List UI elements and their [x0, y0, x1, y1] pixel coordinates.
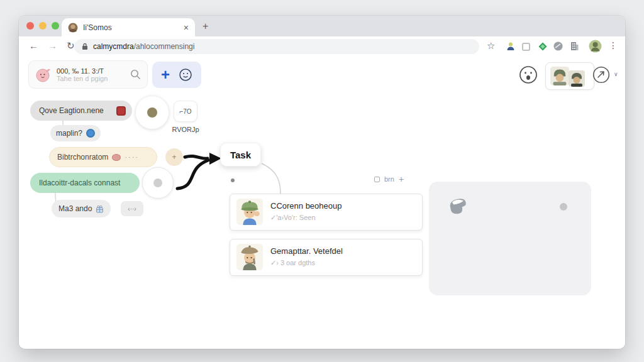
assignee-name: CCorenn beoheoup [270, 201, 341, 211]
search-icon[interactable] [130, 69, 141, 80]
add-node-group: + [152, 62, 201, 88]
tab-favicon-icon [68, 23, 78, 33]
avatar-dot-icon [147, 107, 157, 118]
assignee-status: ✓› 3 oar dgths [270, 259, 315, 267]
assignee-card[interactable]: Gemapttar. Vetefdel ✓› 3 oar dgths [230, 239, 423, 276]
bookmark-star-icon[interactable]: ☆ [487, 40, 495, 52]
search-value: 000, ‰ 11. 3:/T [57, 67, 130, 75]
blue-globe-icon [86, 129, 95, 138]
chip-label: brn [384, 175, 394, 183]
collaborators-pill[interactable] [545, 62, 594, 90]
node-ma[interactable]: Ma3 ando [52, 200, 111, 217]
node-add-button[interactable]: + [165, 148, 183, 166]
minimize-window-button[interactable] [39, 22, 47, 30]
reaction-button[interactable]: ⌐7O [174, 101, 197, 122]
browser-menu-icon[interactable]: ⋮ [609, 40, 618, 50]
extension-circle-icon[interactable] [553, 41, 563, 51]
assignee-status: ✓'a›Vo'r: Seen [270, 214, 316, 222]
node-ideas-label: Ildacoittr-dacals connast [39, 178, 120, 187]
red-badge-icon [116, 106, 126, 116]
browser-tab[interactable]: Ii'Somos × [62, 18, 195, 36]
lock-icon [82, 43, 88, 50]
add-item-icon[interactable]: + [399, 175, 404, 184]
browser-navbar: ← → ↻ calmycmdra/ahlocommensingi ☆ [19, 36, 625, 57]
search-input[interactable]: 000, ‰ 11. 3:/T Tahe ten d pgign [28, 60, 148, 89]
extension-square-icon[interactable] [522, 43, 530, 51]
assignee-name: Gemapttar. Vetefdel [270, 246, 343, 256]
assignee-avatar-1 [236, 199, 263, 225]
collaborator-avatar-1 [550, 67, 569, 85]
reaction-label: RVORJp [166, 126, 205, 133]
anchor-dot-icon [231, 178, 235, 182]
placeholder-avatar-node[interactable] [142, 167, 174, 199]
url-host: calmycmdra [93, 42, 134, 51]
title-bar: Ii'Somos × + [19, 16, 625, 36]
forward-icon[interactable]: → [48, 40, 57, 51]
search-placeholder: Tahe ten d pgign [57, 75, 130, 82]
extension-building-icon[interactable] [570, 41, 579, 51]
profile-avatar[interactable] [589, 40, 602, 53]
send-icon[interactable] [592, 66, 610, 84]
app-logo-icon [35, 67, 52, 83]
node-ideas[interactable]: Ildacoittr-dacals connast [30, 173, 140, 193]
avatar-dot-icon [153, 178, 162, 187]
hand-drawn-arrow [177, 153, 221, 189]
zoom-window-button[interactable] [52, 22, 59, 30]
app-toolbar: 000, ‰ 11. 3:/T Tahe ten d pgign + [19, 57, 625, 95]
ellipsis-dots: ···· [125, 153, 139, 161]
assignee-card[interactable]: CCorenn beoheoup ✓'a›Vo'r: Seen [230, 194, 423, 231]
node-ma-label: Ma3 ando [58, 204, 92, 213]
node-birth-label: Bibtrchonratom [57, 153, 108, 162]
add-node-button[interactable]: + [161, 67, 170, 82]
tab-close-icon[interactable]: × [184, 23, 189, 33]
gift-icon [96, 205, 104, 213]
reload-icon[interactable]: ↻ [67, 40, 75, 52]
grey-blob-icon [445, 195, 467, 217]
node-topic[interactable]: Qove Eagtion.nene [30, 101, 132, 121]
assignee-avatar-2 [236, 244, 263, 270]
back-icon[interactable]: ← [29, 40, 38, 51]
url-path: /ahlocommensingi [134, 42, 195, 51]
new-tab-button[interactable]: + [203, 21, 208, 32]
pink-emoji-icon [112, 154, 121, 161]
extension-person-icon[interactable] [506, 41, 516, 52]
checkbox-outline-icon[interactable] [374, 177, 380, 182]
member-avatar-node[interactable] [135, 96, 169, 129]
close-window-button[interactable] [26, 22, 34, 30]
node-birth[interactable]: Bibtrchonratom ···· [49, 147, 157, 167]
list-meta-row: brn + [374, 175, 404, 184]
collaborator-avatar-2 [569, 70, 585, 87]
browser-window: Ii'Somos × + ← → ↻ calmycmdra/ahlocommen… [19, 16, 625, 349]
side-panel [429, 182, 591, 295]
more-options-button[interactable]: ‹··› [121, 201, 143, 216]
task-node[interactable]: Task [220, 143, 261, 167]
emoji-smiley-icon[interactable] [179, 68, 192, 82]
tab-title: Ii'Somos [83, 23, 184, 32]
url-text: calmycmdra/ahlocommensingi [93, 42, 194, 51]
mindmap-canvas[interactable]: Qove Eagtion.nene ⌐7O RVORJp maplin? Bib… [19, 94, 625, 349]
extension-green-icon[interactable] [538, 42, 547, 51]
chevron-down-icon[interactable]: ∨ [614, 71, 618, 77]
panel-dot-icon [560, 203, 567, 211]
node-map-label: maplin? [56, 129, 82, 138]
node-map[interactable]: maplin? [50, 125, 101, 141]
search-text-block: 000, ‰ 11. 3:/T Tahe ten d pgign [57, 67, 130, 82]
node-topic-label: Qove Eagtion.nene [39, 106, 104, 115]
reaction-face-button[interactable] [519, 65, 538, 84]
address-bar[interactable]: calmycmdra/ahlocommensingi [74, 39, 479, 54]
